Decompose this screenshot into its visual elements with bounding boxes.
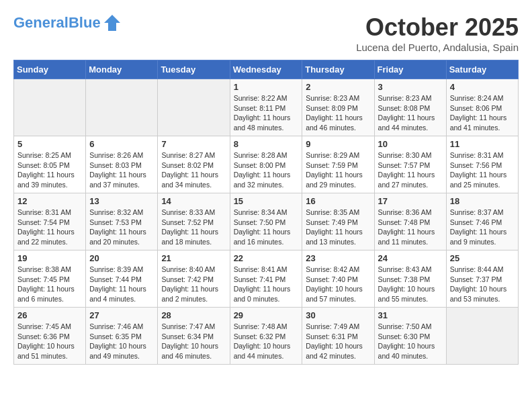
day-info: Sunrise: 8:39 AM Sunset: 7:44 PM Dayligh…: [89, 265, 154, 304]
day-number: 1: [234, 82, 299, 92]
day-number: 23: [306, 253, 370, 263]
day-info: Sunrise: 8:44 AM Sunset: 7:37 PM Dayligh…: [450, 265, 515, 304]
calendar-cell: 5Sunrise: 8:25 AM Sunset: 8:05 PM Daylig…: [14, 136, 86, 193]
svg-marker-0: [104, 15, 120, 31]
day-number: 6: [89, 139, 154, 149]
weekday-header-monday: Monday: [86, 60, 158, 79]
day-number: 4: [450, 82, 515, 92]
calendar-cell: 17Sunrise: 8:36 AM Sunset: 7:48 PM Dayli…: [374, 193, 446, 250]
day-number: 11: [450, 139, 515, 149]
logo-text: GeneralBlue: [13, 15, 101, 31]
title-section: October 2025 Lucena del Puerto, Andalusi…: [356, 13, 519, 53]
calendar-cell: 21Sunrise: 8:40 AM Sunset: 7:42 PM Dayli…: [158, 250, 230, 308]
day-info: Sunrise: 8:27 AM Sunset: 8:02 PM Dayligh…: [161, 150, 226, 190]
day-info: Sunrise: 7:47 AM Sunset: 6:34 PM Dayligh…: [161, 322, 226, 361]
weekday-header-wednesday: Wednesday: [230, 60, 302, 79]
day-info: Sunrise: 8:37 AM Sunset: 7:46 PM Dayligh…: [450, 208, 515, 247]
calendar-cell: 6Sunrise: 8:26 AM Sunset: 8:03 PM Daylig…: [86, 136, 158, 193]
day-info: Sunrise: 8:24 AM Sunset: 8:06 PM Dayligh…: [450, 93, 515, 133]
calendar-cell: 1Sunrise: 8:22 AM Sunset: 8:11 PM Daylig…: [230, 79, 302, 136]
logo: GeneralBlue: [13, 13, 122, 32]
day-number: 18: [450, 196, 515, 206]
day-info: Sunrise: 8:23 AM Sunset: 8:09 PM Dayligh…: [306, 93, 370, 133]
month-title: October 2025: [356, 13, 519, 42]
day-number: 2: [306, 82, 370, 92]
day-info: Sunrise: 8:31 AM Sunset: 7:54 PM Dayligh…: [17, 208, 82, 247]
day-number: 20: [89, 253, 154, 263]
day-info: Sunrise: 7:45 AM Sunset: 6:36 PM Dayligh…: [17, 322, 82, 361]
day-info: Sunrise: 8:35 AM Sunset: 7:49 PM Dayligh…: [306, 208, 370, 247]
day-number: 27: [89, 310, 154, 320]
day-number: 17: [378, 196, 443, 206]
calendar-cell: 19Sunrise: 8:38 AM Sunset: 7:45 PM Dayli…: [14, 250, 86, 308]
day-number: 31: [378, 310, 443, 320]
weekday-header-saturday: Saturday: [446, 60, 518, 79]
day-number: 30: [306, 310, 370, 320]
day-info: Sunrise: 8:41 AM Sunset: 7:41 PM Dayligh…: [234, 265, 299, 304]
day-info: Sunrise: 8:26 AM Sunset: 8:03 PM Dayligh…: [89, 150, 154, 190]
day-number: 8: [234, 139, 299, 149]
calendar-cell: 22Sunrise: 8:41 AM Sunset: 7:41 PM Dayli…: [230, 250, 302, 308]
day-number: 12: [17, 196, 82, 206]
calendar-cell: 31Sunrise: 7:50 AM Sunset: 6:30 PM Dayli…: [374, 308, 446, 365]
day-number: 13: [89, 196, 154, 206]
calendar-cell: 12Sunrise: 8:31 AM Sunset: 7:54 PM Dayli…: [14, 193, 86, 250]
day-info: Sunrise: 8:28 AM Sunset: 8:00 PM Dayligh…: [234, 150, 299, 190]
day-number: 7: [161, 139, 226, 149]
day-info: Sunrise: 8:33 AM Sunset: 7:52 PM Dayligh…: [161, 208, 226, 247]
day-info: Sunrise: 8:34 AM Sunset: 7:50 PM Dayligh…: [234, 208, 299, 247]
day-number: 16: [306, 196, 370, 206]
calendar-cell: 10Sunrise: 8:30 AM Sunset: 7:57 PM Dayli…: [374, 136, 446, 193]
day-number: 24: [378, 253, 443, 263]
day-number: 14: [161, 196, 226, 206]
calendar-cell: [158, 79, 230, 136]
calendar-cell: 14Sunrise: 8:33 AM Sunset: 7:52 PM Dayli…: [158, 193, 230, 250]
day-info: Sunrise: 8:42 AM Sunset: 7:40 PM Dayligh…: [306, 265, 370, 304]
calendar-cell: 11Sunrise: 8:31 AM Sunset: 7:56 PM Dayli…: [446, 136, 518, 193]
day-info: Sunrise: 8:31 AM Sunset: 7:56 PM Dayligh…: [450, 150, 515, 190]
day-number: 26: [17, 310, 82, 320]
day-number: 5: [17, 139, 82, 149]
calendar-cell: 13Sunrise: 8:32 AM Sunset: 7:53 PM Dayli…: [86, 193, 158, 250]
week-row-1: 1Sunrise: 8:22 AM Sunset: 8:11 PM Daylig…: [14, 79, 519, 136]
day-info: Sunrise: 8:38 AM Sunset: 7:45 PM Dayligh…: [17, 265, 82, 304]
day-number: 28: [161, 310, 226, 320]
day-info: Sunrise: 7:48 AM Sunset: 6:32 PM Dayligh…: [234, 322, 299, 361]
day-info: Sunrise: 7:46 AM Sunset: 6:35 PM Dayligh…: [89, 322, 154, 361]
day-number: 3: [378, 82, 443, 92]
day-info: Sunrise: 7:49 AM Sunset: 6:31 PM Dayligh…: [306, 322, 370, 361]
logo-icon: [103, 13, 122, 32]
location-title: Lucena del Puerto, Andalusia, Spain: [356, 42, 519, 53]
calendar-cell: 24Sunrise: 8:43 AM Sunset: 7:38 PM Dayli…: [374, 250, 446, 308]
day-number: 15: [234, 196, 299, 206]
calendar-cell: 27Sunrise: 7:46 AM Sunset: 6:35 PM Dayli…: [86, 308, 158, 365]
calendar-cell: 2Sunrise: 8:23 AM Sunset: 8:09 PM Daylig…: [302, 79, 374, 136]
calendar-cell: 15Sunrise: 8:34 AM Sunset: 7:50 PM Dayli…: [230, 193, 302, 250]
calendar-cell: 29Sunrise: 7:48 AM Sunset: 6:32 PM Dayli…: [230, 308, 302, 365]
day-number: 29: [234, 310, 299, 320]
weekday-header-sunday: Sunday: [14, 60, 86, 79]
day-info: Sunrise: 8:30 AM Sunset: 7:57 PM Dayligh…: [378, 150, 443, 190]
calendar-cell: 28Sunrise: 7:47 AM Sunset: 6:34 PM Dayli…: [158, 308, 230, 365]
day-info: Sunrise: 8:29 AM Sunset: 7:59 PM Dayligh…: [306, 150, 370, 190]
page-header: GeneralBlue October 2025 Lucena del Puer…: [13, 13, 519, 53]
calendar-cell: 26Sunrise: 7:45 AM Sunset: 6:36 PM Dayli…: [14, 308, 86, 365]
weekday-header-row: SundayMondayTuesdayWednesdayThursdayFrid…: [14, 60, 519, 79]
week-row-2: 5Sunrise: 8:25 AM Sunset: 8:05 PM Daylig…: [14, 136, 519, 193]
day-number: 10: [378, 139, 443, 149]
day-number: 25: [450, 253, 515, 263]
day-number: 9: [306, 139, 370, 149]
calendar-cell: [14, 79, 86, 136]
calendar-cell: 25Sunrise: 8:44 AM Sunset: 7:37 PM Dayli…: [446, 250, 518, 308]
calendar-cell: 30Sunrise: 7:49 AM Sunset: 6:31 PM Dayli…: [302, 308, 374, 365]
day-info: Sunrise: 8:32 AM Sunset: 7:53 PM Dayligh…: [89, 208, 154, 247]
calendar-cell: 16Sunrise: 8:35 AM Sunset: 7:49 PM Dayli…: [302, 193, 374, 250]
day-info: Sunrise: 8:40 AM Sunset: 7:42 PM Dayligh…: [161, 265, 226, 304]
calendar-cell: 20Sunrise: 8:39 AM Sunset: 7:44 PM Dayli…: [86, 250, 158, 308]
week-row-4: 19Sunrise: 8:38 AM Sunset: 7:45 PM Dayli…: [14, 250, 519, 308]
week-row-5: 26Sunrise: 7:45 AM Sunset: 6:36 PM Dayli…: [14, 308, 519, 365]
day-number: 22: [234, 253, 299, 263]
calendar-cell: 23Sunrise: 8:42 AM Sunset: 7:40 PM Dayli…: [302, 250, 374, 308]
calendar-cell: 18Sunrise: 8:37 AM Sunset: 7:46 PM Dayli…: [446, 193, 518, 250]
calendar-cell: 4Sunrise: 8:24 AM Sunset: 8:06 PM Daylig…: [446, 79, 518, 136]
